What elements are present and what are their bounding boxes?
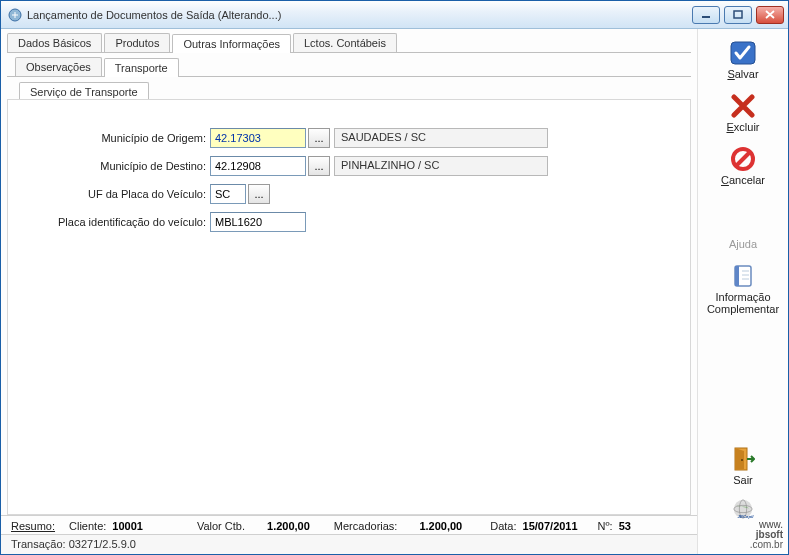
status-trans-value: 03271/2.5.9.0 (69, 538, 136, 550)
no-entry-icon (727, 145, 759, 173)
svg-rect-7 (735, 266, 739, 286)
info-complementar-button[interactable]: Informação Complementar (703, 262, 783, 315)
door-exit-icon (727, 445, 759, 473)
brand-logo: JBCepil www. jbsoft .com.br (699, 498, 787, 554)
cancelar-label: ancelar (729, 174, 765, 186)
svg-marker-12 (735, 448, 744, 470)
svg-rect-1 (702, 16, 710, 18)
svg-point-13 (741, 459, 743, 461)
form-panel: Município de Origem: ... SAUDADES / SC M… (7, 99, 691, 515)
input-uf-placa[interactable] (210, 184, 246, 204)
tab-lctos-contabeis[interactable]: Lctos. Contábeis (293, 33, 397, 52)
svg-line-5 (736, 152, 750, 166)
x-icon (727, 92, 759, 120)
excluir-label: xcluir (734, 121, 760, 133)
window-titlebar: Lançamento de Documentos de Saída (Alter… (1, 1, 788, 29)
display-municipio-origem: SAUDADES / SC (334, 128, 548, 148)
close-button[interactable] (756, 6, 784, 24)
tab-dados-basicos[interactable]: Dados Básicos (7, 33, 102, 52)
maximize-button[interactable] (724, 6, 752, 24)
summary-data-label: Data: (490, 520, 516, 532)
tab-transporte[interactable]: Transporte (104, 58, 179, 77)
summary-bar: Resumo: Cliente: 10001 Valor Ctb. 1.200,… (1, 515, 697, 534)
tab-outras-informacoes[interactable]: Outras Informações (172, 34, 291, 53)
info-complementar-label: Informação Complementar (703, 291, 783, 315)
ajuda-label: Ajuda (703, 238, 783, 250)
globe-icon: JBCepil (725, 498, 761, 520)
salvar-button[interactable]: Salvar (703, 39, 783, 80)
status-bar: Transação: 03271/2.5.9.0 (1, 534, 697, 554)
summary-valorctb-label: Valor Ctb. (197, 520, 245, 532)
label-uf-placa: UF da Placa do Veículo: (38, 188, 210, 200)
tab-produtos[interactable]: Produtos (104, 33, 170, 52)
tab-observacoes[interactable]: Observações (15, 57, 102, 76)
ajuda-button[interactable]: Ajuda (703, 238, 783, 250)
lookup-uf-button[interactable]: ... (248, 184, 270, 204)
inner-tabstrip: Serviço de Transporte (1, 77, 697, 99)
input-municipio-destino[interactable] (210, 156, 306, 176)
svg-rect-2 (734, 11, 742, 18)
lookup-origem-button[interactable]: ... (308, 128, 330, 148)
input-municipio-origem[interactable] (210, 128, 306, 148)
summary-num-value: 53 (619, 520, 631, 532)
summary-cliente-value: 10001 (112, 520, 143, 532)
summary-valorctb-value: 1.200,00 (267, 520, 310, 532)
sair-button[interactable]: Sair (703, 445, 783, 486)
display-municipio-destino: PINHALZINHO / SC (334, 156, 548, 176)
sub-tabstrip: Observações Transporte (1, 53, 697, 76)
svg-text:JBCepil: JBCepil (738, 514, 755, 519)
summary-num-label: Nº: (598, 520, 613, 532)
minimize-button[interactable] (692, 6, 720, 24)
lookup-destino-button[interactable]: ... (308, 156, 330, 176)
check-icon (727, 39, 759, 67)
cancelar-button[interactable]: Cancelar (703, 145, 783, 186)
salvar-label: alvar (735, 68, 759, 80)
label-municipio-destino: Município de Destino: (38, 160, 210, 172)
row-uf-placa: UF da Placa do Veículo: ... (38, 184, 676, 204)
notebook-icon (727, 262, 759, 290)
status-trans-label: Transação: (11, 538, 66, 550)
summary-cliente-label: Cliente: (69, 520, 106, 532)
sair-label: Sair (703, 474, 783, 486)
row-municipio-destino: Município de Destino: ... PINHALZINHO / … (38, 156, 676, 176)
row-municipio-origem: Município de Origem: ... SAUDADES / SC (38, 128, 676, 148)
summary-resumo-label: Resumo: (11, 520, 55, 532)
summary-data-value: 15/07/2011 (523, 520, 578, 532)
input-placa[interactable] (210, 212, 306, 232)
summary-merc-label: Mercadorias: (334, 520, 398, 532)
summary-merc-value: 1.200,00 (419, 520, 462, 532)
excluir-button[interactable]: Excluir (703, 92, 783, 133)
app-icon (7, 7, 23, 23)
brand-url: www. jbsoft .com.br (699, 520, 787, 550)
window-controls (692, 6, 784, 24)
main-tabstrip: Dados Básicos Produtos Outras Informaçõe… (1, 29, 697, 52)
action-sidebar: Salvar Excluir Cancelar Ajuda Informação… (698, 29, 788, 554)
label-municipio-origem: Município de Origem: (38, 132, 210, 144)
row-placa: Placa identificação do veículo: (38, 212, 676, 232)
label-placa: Placa identificação do veículo: (38, 216, 210, 228)
window-title: Lançamento de Documentos de Saída (Alter… (27, 9, 692, 21)
